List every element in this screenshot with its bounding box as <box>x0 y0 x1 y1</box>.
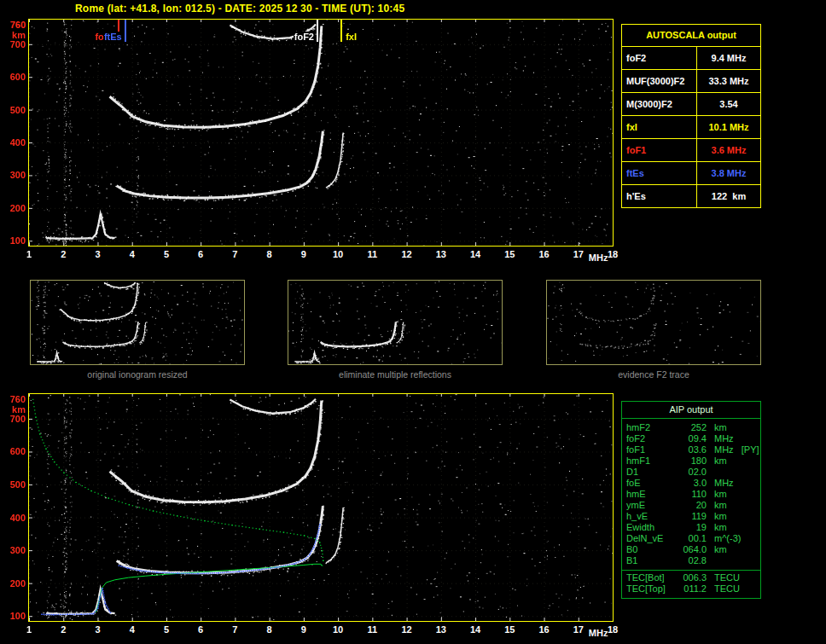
ionogram-bottom-canvas <box>29 394 613 621</box>
x-axis-unit-bottom: MHz <box>589 628 608 638</box>
y-tick-label-bottom: 400 <box>2 513 26 523</box>
aip-row-TEC[Bot]: TEC[Bot]006.3TECU <box>626 572 760 583</box>
aip-lab: TEC[Top] <box>626 583 676 595</box>
aip-unit: MHz [PY] <box>707 444 760 455</box>
x-tick-label-bottom: 9 <box>294 624 313 635</box>
y-tick-label-top: 100 <box>2 235 26 246</box>
aip-unit: km <box>707 544 760 555</box>
marker-line-fxI <box>340 20 342 42</box>
aip-lab: D1 <box>626 467 676 478</box>
aip-row-TEC[Top]: TEC[Top]011.2TECU <box>626 583 760 595</box>
thumbnail-original-ionogram <box>30 280 245 365</box>
aip-lab: hmF2 <box>626 422 676 433</box>
x-tick-label-bottom: 14 <box>466 624 485 635</box>
x-tick-label-bottom: 13 <box>432 624 451 635</box>
y-tick-label-top: 300 <box>2 170 26 180</box>
autoscala-table-title: AUTOSCALA output <box>622 25 760 46</box>
aip-row-foE: foE3.0MHz <box>626 478 760 489</box>
autoscala-output-table: AUTOSCALA output foF29.4 MHzMUF(3000)F23… <box>621 24 761 208</box>
aip-row-hmE: hmE110km <box>626 489 760 500</box>
autoscala-param-value: 3.6 MHz <box>697 139 760 161</box>
aip-row-hmF2: hmF2252km <box>626 422 760 433</box>
autoscala-param-value: 10.1 MHz <box>697 116 760 138</box>
aip-val: 180 <box>676 455 707 467</box>
x-tick-label-top: 6 <box>191 249 210 259</box>
x-tick-label-top: 15 <box>500 249 519 259</box>
x-tick-label-bottom: 16 <box>535 624 554 635</box>
y-tick-label-bottom: 760 <box>2 394 26 404</box>
x-tick-label-top: 7 <box>225 249 244 259</box>
aip-val: 00.1 <box>676 533 707 544</box>
aip-val: 02.8 <box>676 555 707 566</box>
aip-row-B0: B0064.0km <box>626 544 760 555</box>
marker-line-ftEs <box>125 20 126 42</box>
aip-row-D1: D102.0 <box>626 467 760 478</box>
aip-unit: km <box>707 489 760 500</box>
aip-val: 006.3 <box>676 572 707 583</box>
x-tick-label-bottom: 1 <box>20 624 38 635</box>
app-window: Rome (lat: +41.8, lon: 012.5) - DATE: 20… <box>0 0 826 644</box>
marker-label-fxI: fxI <box>345 32 358 42</box>
x-tick-label-top: 9 <box>294 249 313 259</box>
thumbnail-original-canvas <box>31 281 244 364</box>
x-tick-label-top: 1 <box>20 249 38 259</box>
autoscala-row-M(3000)F2: M(3000)F23.54 <box>622 92 760 115</box>
thumbnail-evidence-canvas <box>547 281 760 364</box>
x-tick-label-top: 8 <box>260 249 279 259</box>
autoscala-param-label: fxI <box>622 116 697 138</box>
aip-lab: Ewidth <box>626 522 676 533</box>
autoscala-row-MUF(3000)F2: MUF(3000)F233.3 MHz <box>622 69 760 92</box>
aip-row-B1: B102.8 <box>626 555 760 566</box>
aip-val: 119 <box>676 511 707 522</box>
x-tick-label-bottom: 5 <box>157 624 176 635</box>
aip-row-DelN_vE: DelN_vE00.1m^(-3) <box>626 533 760 544</box>
x-tick-label-top: 16 <box>535 249 554 259</box>
y-tick-label-bottom: 100 <box>2 611 26 621</box>
aip-lab: foF2 <box>626 433 676 444</box>
aip-val: 3.0 <box>676 478 707 489</box>
y-tick-label-bottom: 300 <box>2 545 26 555</box>
aip-val: 19 <box>676 522 707 533</box>
aip-unit: km <box>707 422 760 433</box>
x-tick-label-top: 13 <box>432 249 451 259</box>
y-tick-label-top: 760 <box>2 20 26 30</box>
window-title: Rome (lat: +41.8, lon: 012.5) - DATE: 20… <box>75 3 404 15</box>
aip-lab: foF1 <box>626 444 676 455</box>
x-tick-label-top: 10 <box>329 249 347 259</box>
thumbnail-evidence-f2 <box>546 280 761 365</box>
marker-line-foF2 <box>317 20 318 42</box>
x-tick-label-top: 17 <box>569 249 588 259</box>
aip-row-foF2: foF209.4MHz <box>626 433 760 444</box>
aip-row-ymE: ymE20km <box>626 500 760 511</box>
x-tick-label-top: 3 <box>88 249 107 259</box>
x-tick-label-top: 5 <box>157 249 176 259</box>
aip-unit: m^(-3) <box>707 533 760 544</box>
autoscala-param-label: foF1 <box>622 139 697 161</box>
y-tick-label-top: 500 <box>2 105 26 115</box>
y-tick-label-top: 200 <box>2 203 26 213</box>
aip-lab: B0 <box>626 544 676 555</box>
x-tick-label-bottom: 7 <box>225 624 244 635</box>
aip-val: 20 <box>676 500 707 511</box>
aip-table-rows: hmF2252kmfoF209.4MHzfoF103.6MHz [PY]hmF1… <box>622 419 760 568</box>
aip-row-foF1: foF103.6MHz [PY] <box>626 444 760 455</box>
ionogram-top-canvas <box>29 20 613 246</box>
aip-unit: TECU <box>707 583 760 595</box>
x-tick-label-bottom: 2 <box>54 624 73 635</box>
aip-unit: km <box>707 511 760 522</box>
autoscala-row-foF2: foF29.4 MHz <box>622 46 760 69</box>
aip-unit: MHz <box>707 478 760 489</box>
thumbnail-caption-evidence: evidence F2 trace <box>546 369 761 380</box>
y-tick-label-bottom: 700 <box>2 414 26 424</box>
x-tick-label-top: 12 <box>398 249 416 259</box>
aip-lab: TEC[Bot] <box>626 572 676 583</box>
aip-lab: hmF1 <box>626 455 676 467</box>
x-tick-label-bottom: 12 <box>398 624 416 635</box>
y-tick-label-bottom: 500 <box>2 479 26 490</box>
thumbnail-caption-eliminate: eliminate multiple reflections <box>288 369 503 380</box>
aip-lab: foE <box>626 478 676 489</box>
aip-unit: MHz <box>707 433 760 444</box>
aip-unit: km <box>707 455 760 467</box>
aip-tec-rows: TEC[Bot]006.3TECUTEC[Top]011.2TECU <box>622 570 760 598</box>
autoscala-row-foF1: foF13.6 MHz <box>622 138 760 161</box>
